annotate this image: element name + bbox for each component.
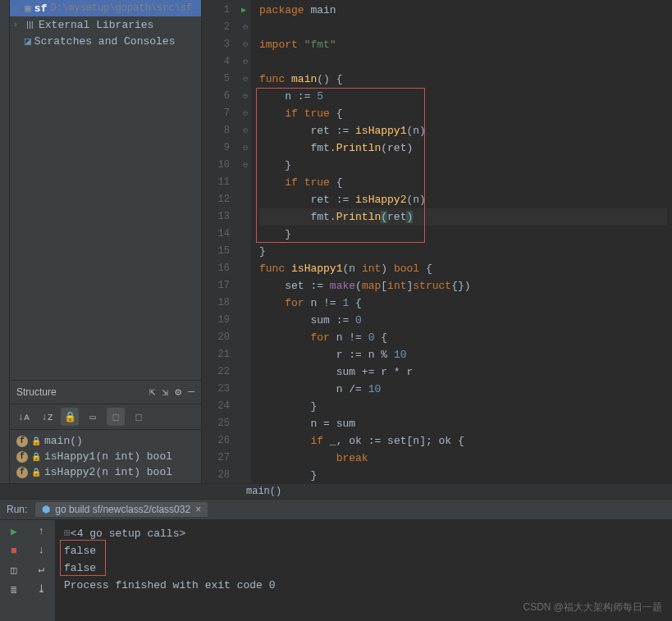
- folder-icon: ▣: [25, 2, 31, 15]
- run-header: Run: ⬢ go build sf/newclass2/class032 ×: [0, 500, 672, 520]
- expand-icon[interactable]: ⇱: [149, 386, 156, 399]
- function-badge-icon: f: [16, 467, 28, 478]
- struct-item-ishappy2[interactable]: f 🔒 isHappy2(n int) bool: [16, 464, 194, 480]
- fold-gutter[interactable]: ▶⊖⊖⊖⊖⊖⊖⊖⊖⊖: [240, 0, 251, 483]
- chevron-right-icon[interactable]: ›: [13, 4, 25, 13]
- function-badge-icon: f: [16, 451, 28, 463]
- run-toolbar-left: ▶ ■ ◫ ≣: [0, 520, 28, 621]
- close-icon[interactable]: ×: [195, 504, 201, 515]
- struct-label: isHappy2(n int) bool: [44, 466, 172, 478]
- chevron-right-icon[interactable]: ›: [13, 21, 25, 30]
- struct-item-ishappy1[interactable]: f 🔒 isHappy1(n int) bool: [16, 449, 194, 464]
- scratches-consoles[interactable]: ◪ Scratches and Consoles: [10, 33, 201, 49]
- lock-icon: 🔒: [31, 468, 41, 477]
- sort-type-icon[interactable]: ↓ᴢ: [38, 408, 56, 426]
- code-area[interactable]: package mainimport "fmt"func main() { n …: [251, 0, 672, 483]
- gear-icon[interactable]: ⚙: [175, 386, 181, 399]
- struct-item-main[interactable]: f 🔒 main(): [16, 433, 194, 449]
- down-icon[interactable]: ↓: [39, 544, 45, 556]
- function-badge-icon: f: [16, 436, 28, 447]
- autoscroll-icon[interactable]: ⬚: [107, 408, 125, 426]
- run-body: ▶ ■ ◫ ≣ ↑ ↓ ↵ ⤓ ⊞<4 go setup calls>false…: [0, 520, 672, 621]
- structure-toolbar: ↓ᴀ ↓ᴢ 🔒 ▭ ⬚ ⬚: [10, 404, 201, 430]
- project-tree: › ▣ sf D:\mysetup\gopath\src\sf › ⫼ Exte…: [10, 0, 201, 49]
- autoscroll-from-icon[interactable]: ⬚: [130, 408, 148, 426]
- run-tab-name: go build sf/newclass2/class032: [55, 504, 190, 515]
- breadcrumb[interactable]: main(): [0, 483, 672, 499]
- run-label: Run:: [7, 504, 27, 515]
- external-libraries[interactable]: › ⫼ External Libraries: [10, 16, 201, 33]
- project-root-name: sf: [34, 2, 48, 15]
- run-panel: Run: ⬢ go build sf/newclass2/class032 × …: [0, 499, 672, 621]
- go-icon: ⬢: [42, 504, 50, 515]
- rerun-icon[interactable]: ▶: [11, 525, 17, 538]
- layout-icon[interactable]: ◫: [11, 564, 17, 577]
- struct-label: main(): [44, 435, 83, 447]
- left-gutter-strip: [0, 0, 10, 483]
- run-tab[interactable]: ⬢ go build sf/newclass2/class032 ×: [35, 502, 208, 517]
- up-icon[interactable]: ↑: [39, 525, 45, 537]
- folder-view-icon[interactable]: ▭: [84, 408, 102, 426]
- project-root-path: D:\mysetup\gopath\src\sf: [50, 2, 192, 14]
- wrap-icon[interactable]: ↵: [39, 563, 45, 576]
- structure-panel: Structure ⇱ ⇲ ⚙ — ↓ᴀ ↓ᴢ 🔒 ▭ ⬚ ⬚ f 🔒 main…: [10, 380, 201, 483]
- external-libs-label: External Libraries: [39, 19, 153, 31]
- structure-title: Structure: [16, 386, 149, 398]
- scroll-icon[interactable]: ⤓: [37, 582, 46, 596]
- lock-icon: 🔒: [31, 452, 41, 462]
- watermark: CSDN @福大大架构师每日一题: [523, 600, 662, 614]
- sidebar: › ▣ sf D:\mysetup\gopath\src\sf › ⫼ Exte…: [10, 0, 202, 483]
- library-icon: ⫼: [25, 19, 35, 31]
- structure-header: Structure ⇱ ⇲ ⚙ —: [10, 381, 201, 404]
- minimize-icon[interactable]: —: [188, 386, 194, 399]
- lock-icon: 🔒: [31, 436, 41, 446]
- structure-list: f 🔒 main() f 🔒 isHappy1(n int) bool f 🔒 …: [10, 430, 201, 483]
- breadcrumb-item[interactable]: main(): [246, 486, 281, 497]
- line-gutter[interactable]: 1234567891011121314151617181920212223242…: [202, 0, 240, 483]
- sort-alpha-icon[interactable]: ↓ᴀ: [15, 408, 33, 426]
- layout2-icon[interactable]: ≣: [11, 583, 17, 596]
- project-root[interactable]: › ▣ sf D:\mysetup\gopath\src\sf: [10, 0, 201, 16]
- struct-label: isHappy1(n int) bool: [44, 450, 172, 463]
- show-private-icon[interactable]: 🔒: [61, 408, 79, 426]
- run-toolbar-right: ↑ ↓ ↵ ⤓: [28, 520, 56, 621]
- scratches-label: Scratches and Consoles: [34, 35, 176, 48]
- stop-icon[interactable]: ■: [11, 545, 17, 557]
- collapse-icon[interactable]: ⇲: [162, 386, 169, 399]
- editor[interactable]: 1234567891011121314151617181920212223242…: [202, 0, 672, 483]
- scratch-icon: ◪: [25, 34, 31, 48]
